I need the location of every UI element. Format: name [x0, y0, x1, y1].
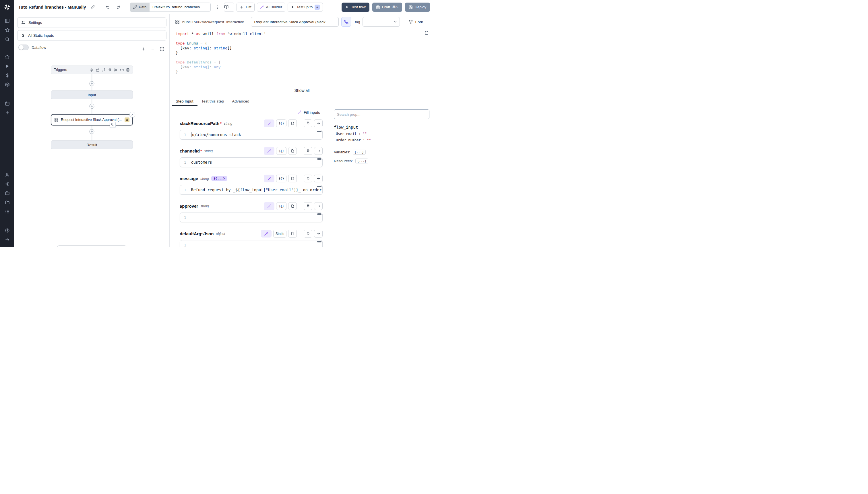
variables-section[interactable]: Variables: {...} — [334, 150, 429, 154]
tab-step-input[interactable]: Step Input — [172, 96, 197, 106]
flow-settings-row[interactable]: Settings — [17, 17, 166, 28]
fork-button[interactable]: Fork — [407, 18, 425, 26]
path-input[interactable] — [150, 3, 211, 12]
copy-code-button[interactable] — [424, 31, 429, 37]
field-editor[interactable]: 1 Refund request by _${flow_input["User … — [180, 185, 323, 195]
field-editor[interactable]: 1 — [180, 212, 323, 222]
insert-var-button[interactable]: ${} — [276, 147, 287, 155]
ai-fill-button[interactable] — [264, 147, 274, 155]
redo-button[interactable] — [114, 3, 123, 12]
insert-var-button[interactable]: ${} — [276, 175, 287, 183]
show-all-button[interactable]: Show all — [291, 87, 313, 95]
prop-entry-user-email[interactable]: User email : "" — [334, 132, 429, 136]
editor-scrollbar-thumb[interactable] — [317, 213, 321, 215]
test-flow-button[interactable]: Test flow — [341, 3, 370, 12]
test-up-to-button[interactable]: Test up to a — [288, 3, 323, 12]
insert-var-button[interactable]: ${} — [276, 202, 287, 210]
input-node[interactable]: Input — [51, 91, 133, 99]
hub-path-link[interactable]: hub/11500/slack/request_interactive... — [174, 17, 248, 27]
help-icon[interactable] — [2, 226, 12, 235]
docs-button[interactable] — [288, 147, 297, 155]
edit-title-button[interactable] — [88, 3, 97, 12]
ai-fill-button[interactable] — [264, 119, 274, 127]
search-prop-input[interactable] — [334, 110, 429, 119]
editor-scrollbar-thumb[interactable] — [317, 241, 321, 242]
fit-view-button[interactable] — [158, 45, 165, 52]
settings-gear-icon[interactable] — [2, 179, 12, 188]
fill-inputs-button[interactable]: Fill inputs — [295, 109, 323, 116]
ai-fill-button[interactable] — [261, 230, 272, 238]
insert-step-button[interactable] — [90, 81, 95, 86]
resources-value: {...} — [355, 158, 368, 164]
undo-button[interactable] — [103, 3, 112, 12]
docs-button[interactable] — [288, 202, 297, 210]
phone-call-button[interactable] — [341, 17, 351, 27]
flow-input-root[interactable]: flow_input — [334, 125, 429, 130]
insert-step-button[interactable] — [90, 129, 95, 134]
ai-fill-button[interactable] — [264, 175, 274, 183]
docs-button[interactable] — [288, 175, 297, 183]
editor-scrollbar-thumb[interactable] — [317, 158, 321, 160]
connect-input-button[interactable] — [304, 230, 312, 238]
resources-section[interactable]: Resources: {...} — [334, 158, 429, 164]
prop-entry-order-number[interactable]: Order number : "" — [334, 138, 429, 142]
folders-icon[interactable] — [2, 197, 12, 207]
insert-var-button[interactable]: ${} — [276, 119, 287, 127]
variables-icon[interactable] — [2, 71, 12, 80]
create-plus-icon[interactable] — [2, 108, 12, 117]
deploy-button[interactable]: Deploy — [405, 3, 430, 12]
step-name-input[interactable] — [251, 17, 339, 27]
diff-button[interactable]: Diff — [237, 3, 254, 12]
ai-fill-button[interactable] — [264, 202, 274, 210]
expand-sidebar-icon[interactable] — [2, 235, 12, 244]
workers-briefcase-icon[interactable] — [2, 188, 12, 197]
schedules-icon[interactable] — [2, 99, 12, 108]
connect-input-button[interactable] — [304, 147, 312, 155]
arrow-connect-button[interactable] — [314, 119, 323, 127]
result-node[interactable]: Result — [51, 140, 133, 149]
zoom-in-button[interactable] — [140, 45, 147, 52]
boards-icon[interactable] — [2, 16, 12, 25]
insert-step-button[interactable] — [90, 104, 95, 109]
connect-input-button[interactable] — [304, 119, 312, 127]
users-icon[interactable] — [2, 170, 12, 179]
arrow-connect-button[interactable] — [314, 230, 323, 238]
editor-scrollbar-thumb[interactable] — [317, 131, 321, 132]
draft-button[interactable]: Draft ⌘S — [372, 3, 402, 12]
dataflow-toggle[interactable] — [18, 44, 29, 50]
apps-grid-icon[interactable] — [2, 207, 12, 216]
field-editor[interactable]: 1 customers — [180, 157, 323, 167]
zoom-out-button[interactable] — [149, 45, 156, 52]
home-icon[interactable] — [2, 52, 12, 61]
field-type: string — [204, 149, 212, 153]
more-menu-button[interactable] — [213, 3, 222, 12]
tab-test-this-step[interactable]: Test this step — [197, 96, 228, 106]
tag-select[interactable] — [362, 17, 400, 27]
path-edit-button[interactable]: Path — [130, 3, 150, 12]
connect-input-button[interactable] — [304, 175, 312, 183]
docs-button[interactable] — [224, 3, 234, 12]
resources-icon[interactable] — [2, 80, 12, 89]
field-editor[interactable]: 1 u/alex/humorous_slack — [180, 130, 323, 139]
triggers-node[interactable]: Triggers — [51, 65, 133, 74]
ai-builder-button[interactable]: AI Builder — [257, 3, 285, 12]
runs-icon[interactable] — [2, 61, 12, 71]
search-icon[interactable] — [2, 35, 12, 44]
code-preview[interactable]: import * as wmill from "windmill-client"… — [170, 27, 434, 96]
docs-button[interactable] — [288, 119, 297, 127]
arrow-connect-button[interactable] — [314, 147, 323, 155]
field-editor[interactable]: 1 — [180, 240, 323, 247]
arrow-connect-button[interactable] — [314, 175, 323, 183]
error-handler-node[interactable]: Error Handler — [57, 245, 126, 247]
favorites-star-icon[interactable] — [2, 25, 12, 35]
windmill-logo[interactable] — [2, 2, 12, 12]
static-mode-button[interactable]: Static — [273, 230, 287, 238]
remove-step-button[interactable] — [130, 112, 135, 117]
slack-approval-step-node[interactable]: Request Interactive Slack Approval (... … — [51, 114, 133, 126]
connect-input-button[interactable] — [304, 202, 312, 210]
editor-scrollbar-thumb[interactable] — [317, 186, 321, 187]
tab-advanced[interactable]: Advanced — [228, 96, 253, 106]
all-static-inputs-row[interactable]: All Static Inputs — [17, 30, 166, 41]
docs-button[interactable] — [288, 230, 297, 238]
arrow-connect-button[interactable] — [314, 202, 323, 210]
